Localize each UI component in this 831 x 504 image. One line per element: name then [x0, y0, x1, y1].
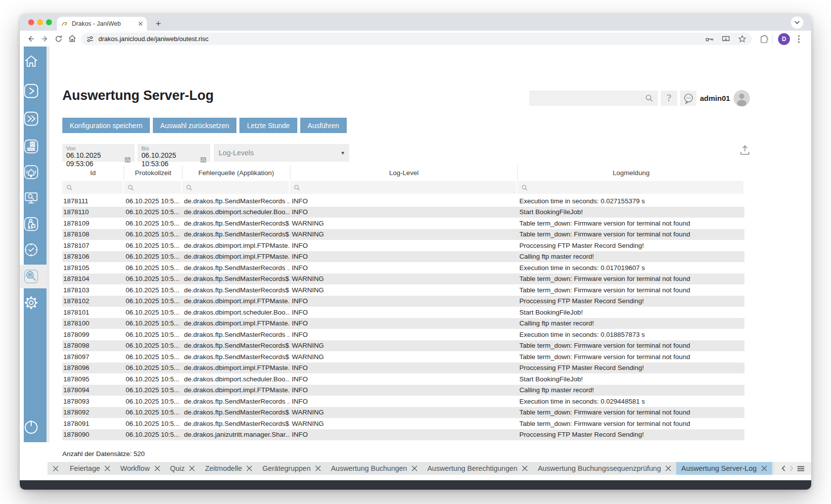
- forward-button[interactable]: [39, 33, 50, 45]
- table-row[interactable]: 187809006.10.2025 10:5...de.drakos.janiz…: [62, 429, 744, 441]
- table-row[interactable]: 187810006.10.2025 10:5...de.drakos.dbimp…: [62, 318, 744, 329]
- close-icon[interactable]: [189, 465, 195, 471]
- scroll-left-icon[interactable]: [782, 465, 785, 471]
- tab-close-button[interactable]: [315, 465, 321, 471]
- table-row[interactable]: 187809506.10.2025 10:5...de.drakos.dbimp…: [62, 373, 744, 385]
- letzte-stunde-button[interactable]: Letzte Stunde: [239, 118, 297, 133]
- password-manager-button[interactable]: [704, 34, 714, 44]
- close-icon[interactable]: [154, 465, 160, 471]
- sidebar-item-log-search[interactable]: [23, 268, 40, 285]
- table-row[interactable]: 187810806.10.2025 10:5...de.drakos.ftp.S…: [62, 229, 744, 240]
- table-row[interactable]: 187809806.10.2025 10:5...de.drakos.ftp.S…: [62, 340, 744, 352]
- table-row[interactable]: 187809706.10.2025 10:5...de.drakos.ftp.S…: [62, 351, 744, 363]
- browser-menu-button[interactable]: [793, 33, 805, 45]
- table-row[interactable]: 187809906.10.2025 10:5...de.drakos.ftp.S…: [62, 329, 744, 340]
- tab-close-icon[interactable]: [138, 21, 143, 26]
- bottom-tab-auswertung-buchungen[interactable]: Auswertung Buchungen: [326, 462, 422, 475]
- column-header-protokollzeit[interactable]: Protokollzeit: [124, 166, 182, 180]
- sidebar-item-home[interactable]: [23, 53, 40, 70]
- home-button[interactable]: [66, 33, 78, 45]
- tab-close-button[interactable]: [246, 465, 252, 471]
- bottom-tab-workflow[interactable]: Workflow: [115, 462, 165, 475]
- table-row[interactable]: 187810906.10.2025 10:5...de.drakos.ftp.S…: [62, 218, 744, 229]
- tab-close-button[interactable]: [104, 465, 110, 471]
- date-from-field[interactable]: Von 06.10.2025 09:53:06: [62, 144, 135, 162]
- column-filter-id[interactable]: [62, 180, 124, 195]
- table-row[interactable]: 187809306.10.2025 10:5...de.drakos.ftp.S…: [62, 396, 744, 407]
- table-row[interactable]: 187810606.10.2025 10:5...de.drakos.dbimp…: [62, 251, 744, 263]
- loglevels-dropdown[interactable]: Log-Levels ▾: [214, 144, 349, 162]
- column-filter-protokollzeit[interactable]: [124, 180, 182, 195]
- table-row[interactable]: 187809106.10.2025 10:5...de.drakos.ftp.S…: [62, 418, 744, 429]
- reload-button[interactable]: [52, 33, 64, 45]
- maximize-window-button[interactable]: [46, 19, 52, 25]
- ausführen-button[interactable]: Ausführen: [300, 118, 347, 133]
- global-search[interactable]: [529, 91, 658, 106]
- sidebar-item-play[interactable]: [23, 83, 40, 99]
- new-tab-button[interactable]: +: [152, 18, 164, 30]
- install-app-button[interactable]: [721, 34, 731, 44]
- table-row[interactable]: 187809206.10.2025 10:5...de.drakos.ftp.S…: [62, 407, 744, 418]
- help-button[interactable]: ?: [661, 91, 677, 106]
- calendar-icon[interactable]: [200, 156, 206, 163]
- close-icon[interactable]: [761, 465, 767, 471]
- sidebar-item-clock[interactable]: [23, 241, 40, 258]
- table-row[interactable]: 187811106.10.2025 10:5...de.drakos.ftp.S…: [62, 195, 744, 207]
- sidebar-item-person-briefcase[interactable]: [23, 216, 40, 232]
- table-row[interactable]: 187810706.10.2025 10:5...de.drakos.dbimp…: [62, 240, 744, 251]
- close-icon[interactable]: [104, 465, 110, 471]
- bottom-tab-auswertung-server-log[interactable]: Auswertung Server-Log: [676, 462, 772, 475]
- sidebar-item-id-card[interactable]: [23, 138, 40, 155]
- export-button[interactable]: [739, 144, 751, 156]
- date-to-field[interactable]: Bis 06.10.2025 10:53:06: [138, 144, 210, 162]
- table-row[interactable]: 187809606.10.2025 10:5...de.drakos.dbimp…: [62, 363, 744, 374]
- global-search-input[interactable]: [529, 94, 645, 102]
- close-window-button[interactable]: [28, 19, 34, 25]
- browser-tab[interactable]: Drakos - JaniWeb: [57, 17, 147, 31]
- column-filter-logmeldung[interactable]: [517, 180, 744, 195]
- scroll-right-icon[interactable]: [789, 465, 793, 471]
- column-header-id[interactable]: Id: [62, 166, 124, 180]
- table-row[interactable]: 187810106.10.2025 10:5...de.drakos.dbimp…: [62, 307, 744, 318]
- tab-search-chevron[interactable]: [791, 16, 803, 29]
- sidebar-item-monitor-search[interactable]: [23, 189, 40, 206]
- tab-close-button[interactable]: [412, 465, 417, 471]
- close-icon[interactable]: [522, 465, 528, 471]
- sidebar-item-power[interactable]: [21, 417, 41, 437]
- close-icon[interactable]: [315, 465, 321, 471]
- url-bar[interactable]: drakos.janicloud.de/janiweb/outest.risc: [81, 33, 752, 45]
- column-header-fehlerquelle-applikation[interactable]: Fehlerquelle (Applikation): [182, 166, 290, 180]
- sidebar-item-notifications[interactable]: [23, 164, 40, 181]
- tab-list-icon[interactable]: [797, 466, 804, 471]
- column-filter-log-level[interactable]: [290, 180, 517, 195]
- extensions-button[interactable]: [758, 33, 770, 45]
- table-row[interactable]: 187810506.10.2025 10:5...de.drakos.ftp.S…: [62, 262, 744, 274]
- back-button[interactable]: [25, 33, 37, 45]
- bottom-tab-auswertung-berechtigungen[interactable]: Auswertung Berechtigungen: [422, 462, 533, 475]
- auswahl-zurücksetzen-button[interactable]: Auswahl zurücksetzen: [153, 118, 236, 133]
- table-row[interactable]: 187810306.10.2025 10:5...de.drakos.ftp.S…: [62, 284, 744, 296]
- tab-close-button[interactable]: [761, 465, 767, 471]
- column-header-logmeldung[interactable]: Logmeldung: [517, 166, 744, 180]
- bottom-tab-quiz[interactable]: Quiz: [165, 462, 200, 475]
- user-avatar[interactable]: [734, 90, 750, 106]
- tab-close-button[interactable]: [189, 465, 195, 471]
- sidebar-item-fast-forward[interactable]: [23, 110, 40, 127]
- close-icon[interactable]: [246, 465, 252, 471]
- tab-close-button[interactable]: [665, 465, 671, 471]
- table-row[interactable]: 187811006.10.2025 10:5...de.drakos.dbimp…: [62, 207, 744, 218]
- bookmark-button[interactable]: [738, 34, 747, 44]
- site-settings-icon[interactable]: [86, 35, 94, 43]
- bottom-tab-zeitmodelle[interactable]: Zeitmodelle: [200, 462, 257, 475]
- table-row[interactable]: 187810206.10.2025 10:5...de.drakos.dbimp…: [62, 296, 744, 307]
- column-header-log-level[interactable]: Log-Level: [290, 166, 517, 180]
- tab-close-button[interactable]: [154, 465, 160, 471]
- konfiguration-speichern-button[interactable]: Konfiguration speichern: [62, 118, 150, 133]
- feedback-button[interactable]: [680, 91, 696, 106]
- minimize-window-button[interactable]: [37, 19, 43, 25]
- bottom-tab-auswertung-buchungssequenzprüfung[interactable]: Auswertung Buchungssequenzprüfung: [533, 462, 676, 475]
- sidebar-item-settings[interactable]: [23, 294, 40, 311]
- browser-profile-avatar[interactable]: D: [778, 33, 790, 45]
- column-filter-fehlerquelle-applikation[interactable]: [182, 180, 290, 195]
- table-row[interactable]: 187809406.10.2025 10:5...de.drakos.dbimp…: [62, 385, 744, 396]
